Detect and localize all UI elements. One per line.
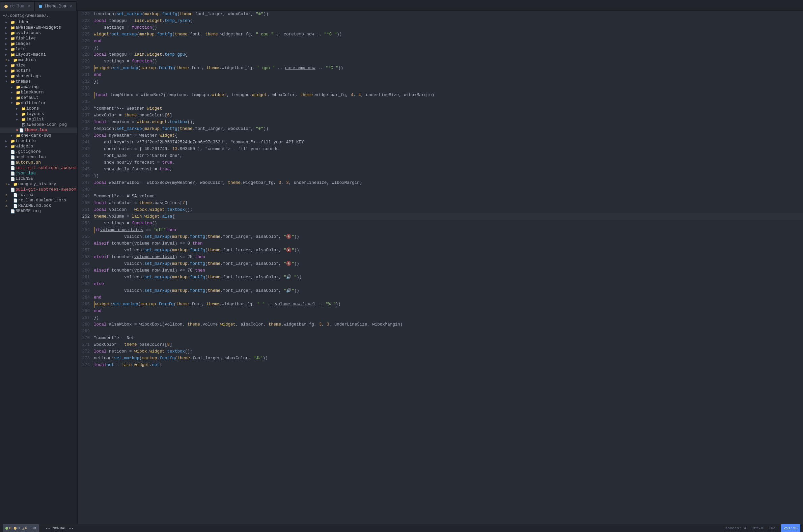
sidebar-item-license[interactable]: ▶ 📄 LICENSE [0, 176, 77, 182]
folder-icon-default: 📁 [16, 96, 21, 100]
line-number-251: 251 [79, 207, 90, 213]
folder-icon-fishlive: 📁 [10, 36, 16, 41]
line-number-237: 237 [79, 112, 90, 119]
code-line-246: }) [94, 173, 803, 179]
line-number-252: 252 [79, 213, 90, 220]
label-cyclefocus: cyclefocus [16, 31, 41, 35]
warn-icon-machina: ⚠ [5, 58, 7, 62]
sidebar-item-multicolor[interactable]: ▼ 📂 multicolor [0, 100, 77, 106]
tab-label-rc-lua: rc.lua [10, 4, 24, 9]
code-line-235 [94, 98, 803, 105]
sidebar-item-lain[interactable]: ▶ 📁 lain [0, 46, 77, 52]
sidebar-item-blackburn[interactable]: ▶ 📁 blackburn [0, 90, 77, 95]
code-line-233 [94, 85, 803, 92]
tab-close-rc-lua[interactable]: ✕ [28, 4, 30, 9]
line-number-241: 241 [79, 139, 90, 146]
label-amazing: amazing [21, 85, 39, 89]
sidebar-item-widgets[interactable]: ▶ 📁 widgets [0, 144, 77, 149]
status-left: 0 0 ⚠ 4 38 -- NORMAL -- [3, 524, 74, 532]
diag-dot-yellow [14, 527, 17, 530]
code-content[interactable]: tempicon:set_markup(markup.fontfg(theme.… [93, 11, 803, 524]
line-number-250: 250 [79, 200, 90, 207]
sidebar-item-machina[interactable]: ⚠ ▶ 📁 machina [0, 57, 77, 63]
sidebar-item-taglist[interactable]: ▶ 📁 taglist [0, 117, 77, 122]
sidebar-item-readme-bck[interactable]: ⚠ ▶ 📄 README.md.bck [0, 203, 77, 208]
file-icon-readme-org: 📄 [10, 209, 16, 213]
sidebar-item-rc-dual[interactable]: ⚠ ▶ 📄 rc.lua-dualmonitors [0, 198, 77, 203]
label-readme-bck: README.md.bck [18, 204, 51, 208]
file-icon-license: 📄 [10, 177, 16, 181]
folder-icon-blackburn: 📁 [16, 90, 21, 95]
sidebar-item-icons[interactable]: ▶ 📁 icons [0, 106, 77, 111]
sidebar-item-autorun-sh[interactable]: ▶ 📄 autorun.sh [0, 160, 77, 165]
sidebar-item-notifs[interactable]: ▶ 📁 notifs [0, 68, 77, 74]
label-taglist: taglist [26, 117, 44, 122]
sidebar-item-images[interactable]: ▶ 📁 images [0, 41, 77, 46]
sidebar-item-theme-lua[interactable]: ✖ 📄 theme.lua [0, 128, 77, 133]
sidebar-item-readme-org[interactable]: ▶ 📄 README.org [0, 208, 77, 214]
editor-area[interactable]: 2222232242252262272282292302312322332342… [78, 11, 803, 524]
sidebar-item-naughty[interactable]: ⚠ ▶ 📁 naughty_history [0, 182, 77, 187]
sidebar-item-rc-lua[interactable]: ⚠ ▶ 📄 rc.lua [0, 192, 77, 198]
arrow-layouts: ▶ [16, 112, 21, 116]
sidebar-item-awesome-icon-png[interactable]: ▶ 🖼 awesome-icon.png [0, 122, 77, 128]
line-number-246: 246 [79, 173, 90, 179]
sidebar-item-idea[interactable]: ▶ 📁 .idea [0, 20, 77, 25]
code-line-257: volicon:set_markup(markup.fontfg(theme.f… [94, 247, 803, 254]
line-number-222: 222 [79, 11, 90, 18]
arrow-default: ▶ [11, 96, 16, 100]
main-layout: ~/.config/awesome/.. ▶ 📁 .idea ▶ 📁 aweso… [0, 11, 803, 524]
code-line-264: end [94, 294, 803, 301]
sidebar-item-nice[interactable]: ▶ 📁 nice [0, 63, 77, 68]
line-number-266: 266 [79, 308, 90, 315]
sidebar-item-cyclefocus[interactable]: ▶ 📁 cyclefocus [0, 30, 77, 36]
sidebar-item-amazing[interactable]: ▶ 📁 amazing [0, 84, 77, 90]
sidebar-item-layout-machi[interactable]: ▶ 📁 layout-machi [0, 52, 77, 57]
folder-icon-widgets: 📁 [10, 145, 16, 149]
sidebar-item-awesome-wm-widgets[interactable]: ▶ 📁 awesome-wm-widgets [0, 25, 77, 30]
sidebar-item-pull-git[interactable]: ▶ 📄 pull-git-subtrees-awesom [0, 187, 77, 192]
file-icon-json: 📄 [10, 171, 16, 176]
label-icons: icons [26, 106, 39, 111]
label-rc-lua: rc.lua [18, 193, 33, 197]
line-number-258: 258 [79, 254, 90, 261]
line-number-233: 233 [79, 85, 90, 92]
sidebar-item-json-lua[interactable]: ▶ 📄 json.lua [0, 171, 77, 176]
sidebar-item-sharedtags[interactable]: ▶ 📁 sharedtags [0, 74, 77, 79]
status-encoding: utf-8 [751, 526, 763, 530]
arrow-themes: ▼ [5, 80, 10, 83]
sidebar-item-default[interactable]: ▶ 📁 default [0, 95, 77, 100]
folder-icon-lain: 📁 [10, 47, 16, 52]
sidebar-item-archmenu-lua[interactable]: ▶ 📄 archmenu.lua [0, 154, 77, 160]
line-number-273: 273 [79, 355, 90, 362]
label-themes: themes [16, 79, 31, 84]
sidebar-item-one-dark-80s[interactable]: ▶ 📁 one-dark-80s [0, 133, 77, 138]
tab-close-theme-lua[interactable]: ✕ [70, 4, 72, 9]
code-line-227: }) [94, 44, 803, 51]
label-one-dark: one-dark-80s [21, 133, 51, 138]
line-number-267: 267 [79, 315, 90, 321]
line-number-231: 231 [79, 72, 90, 78]
sidebar-item-themes[interactable]: ▼ 📂 themes [0, 79, 77, 84]
code-line-266: end [94, 308, 803, 315]
code-line-244: show_hourly_forecast = true, [94, 159, 803, 166]
sidebar-item-layouts[interactable]: ▶ 📁 layouts [0, 111, 77, 117]
status-position: 251:33 [781, 524, 800, 532]
folder-icon-sharedtags: 📁 [10, 74, 16, 79]
tab-rc-lua[interactable]: rc.lua ✕ [0, 1, 34, 11]
sidebar-item-treetile[interactable]: ▶ 📁 treetile [0, 138, 77, 144]
label-archmenu: archmenu.lua [16, 155, 46, 159]
sidebar-item-init-git[interactable]: ▶ 📄 init-git-subtrees-awesom [0, 165, 77, 171]
sidebar-item-gitignore[interactable]: ▶ 📄 .gitignore [0, 149, 77, 154]
arrow-multicolor: ▼ [11, 101, 16, 105]
line-number-234: 234 [79, 92, 90, 98]
line-number-224: 224 [79, 24, 90, 31]
label-blackburn: blackburn [21, 90, 44, 95]
code-line-249: "comment">-- ALSA volume [94, 193, 803, 200]
sidebar-item-fishlive[interactable]: ▶ 📁 fishlive [0, 36, 77, 41]
line-number-257: 257 [79, 247, 90, 254]
code-line-259: volicon:set_markup(markup.fontfg(theme.f… [94, 261, 803, 267]
tab-theme-lua[interactable]: theme.lua ✕ [34, 1, 76, 11]
line-number-253: 253 [79, 220, 90, 227]
label-layouts: layouts [26, 112, 44, 116]
